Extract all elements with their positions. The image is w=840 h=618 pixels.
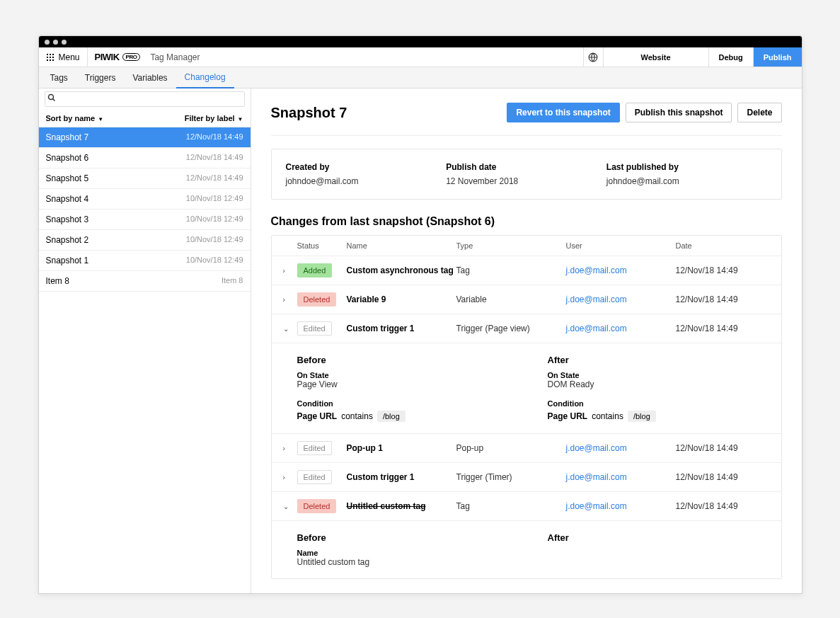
change-detail: Before On State Page View Condition Page… <box>272 343 781 433</box>
change-name: Custom trigger 1 <box>347 472 456 482</box>
change-name: Custom trigger 1 <box>347 324 456 333</box>
tab-tags[interactable]: Tags <box>42 67 76 88</box>
chevron-down-icon: ▼ <box>98 116 103 122</box>
change-date: 12/Nov/18 14:49 <box>676 501 770 511</box>
window-close-dot[interactable] <box>45 40 50 45</box>
before-title: Before <box>297 532 505 543</box>
brand-logo: PIWIK PRO <box>88 52 148 62</box>
cond-op: contains <box>341 411 373 421</box>
change-date: 12/Nov/18 14:49 <box>676 443 770 453</box>
status-badge: Edited <box>297 321 332 336</box>
user-link[interactable]: j.doe@mail.com <box>566 294 627 304</box>
before-title: Before <box>297 355 505 365</box>
after-onstate: DOM Ready <box>548 379 756 389</box>
snapshot-item[interactable]: Snapshot 110/Nov/18 12:49 <box>39 251 251 271</box>
expand-toggle[interactable]: › <box>283 267 297 275</box>
snapshot-item[interactable]: Snapshot 410/Nov/18 12:49 <box>39 189 251 210</box>
page-header: Snapshot 7 Revert to this snapshot Publi… <box>271 103 782 136</box>
col-date: Date <box>676 241 770 250</box>
sort-by-name[interactable]: Sort by name▼ <box>46 114 104 122</box>
status-badge: Deleted <box>297 499 337 513</box>
brand-sub: PRO <box>122 53 141 61</box>
created-by-label: Created by <box>286 162 447 172</box>
snapshot-item[interactable]: Snapshot 210/Nov/18 12:49 <box>39 230 251 251</box>
cond-op: contains <box>592 411 623 421</box>
status-badge: Edited <box>297 470 332 484</box>
change-type: Tag <box>456 265 566 275</box>
user-link[interactable]: j.doe@mail.com <box>566 324 627 333</box>
last-published-label: Last published by <box>606 162 767 172</box>
user-link[interactable]: j.doe@mail.com <box>566 501 627 511</box>
change-date: 12/Nov/18 14:49 <box>676 472 770 482</box>
search-input[interactable] <box>45 91 245 107</box>
topbar-right: Website Debug Publish <box>583 47 802 67</box>
tab-variables[interactable]: Variables <box>124 67 176 88</box>
svg-point-1 <box>48 95 53 100</box>
snapshot-item[interactable]: Snapshot 712/Nov/18 14:49 <box>39 127 251 148</box>
col-user: User <box>566 241 676 250</box>
expand-toggle[interactable]: › <box>283 474 297 481</box>
status-badge: Edited <box>297 441 332 455</box>
expand-toggle[interactable]: › <box>283 296 297 304</box>
snapshot-item[interactable]: Snapshot 612/Nov/18 14:49 <box>39 148 251 168</box>
snapshot-item[interactable]: Snapshot 512/Nov/18 14:49 <box>39 168 251 189</box>
cond-chip: /blog <box>377 411 405 422</box>
publish-snapshot-button[interactable]: Publish this snapshot <box>626 103 732 122</box>
expand-toggle[interactable]: › <box>283 445 297 452</box>
after-title: After <box>548 355 756 365</box>
debug-button[interactable]: Debug <box>709 47 754 67</box>
main-content: Snapshot 7 Revert to this snapshot Publi… <box>251 88 802 593</box>
name-val: Untitled custom tag <box>297 557 505 567</box>
menu-label: Menu <box>59 52 80 62</box>
user-link[interactable]: j.doe@mail.com <box>566 265 627 275</box>
snapshot-item[interactable]: Item 8Item 8 <box>39 271 251 292</box>
changes-table-header: Status Name Type User Date <box>272 236 781 256</box>
tabbar: Tags Triggers Variables Changelog <box>39 67 802 88</box>
change-row: › Deleted Variable 9 Variable j.doe@mail… <box>272 285 781 314</box>
topbar: Menu PIWIK PRO Tag Manager Website Debug… <box>39 47 802 67</box>
tab-changelog[interactable]: Changelog <box>176 67 234 88</box>
change-type: Trigger (Page view) <box>456 324 566 333</box>
change-row: ⌄ Deleted Untitled custom tag Tag j.doe@… <box>272 491 781 520</box>
publish-date-label: Publish date <box>446 162 606 172</box>
expand-toggle[interactable]: ⌄ <box>283 325 297 333</box>
publish-date-value: 12 November 2018 <box>446 176 606 186</box>
search-icon <box>47 93 56 102</box>
user-link[interactable]: j.doe@mail.com <box>566 472 627 482</box>
tab-triggers[interactable]: Triggers <box>76 67 125 88</box>
changes-title: Changes from last snapshot (Snapshot 6) <box>271 215 782 228</box>
revert-button[interactable]: Revert to this snapshot <box>507 103 619 122</box>
change-type: Trigger (Timer) <box>456 472 566 482</box>
cond-subject: Page URL <box>297 411 338 421</box>
globe-icon[interactable] <box>583 47 603 67</box>
expand-toggle[interactable]: ⌄ <box>283 503 297 510</box>
changes-table: Status Name Type User Date › Added Custo… <box>271 235 782 579</box>
change-row: › Edited Pop-up 1 Pop-up j.doe@mail.com … <box>272 433 781 462</box>
sidebar: Sort by name▼ Filter by label▼ Snapshot … <box>39 88 251 593</box>
change-detail: Before Name Untitled custom tag After <box>272 520 781 578</box>
module-name: Tag Manager <box>147 52 200 62</box>
brand-main: PIWIK <box>95 52 120 62</box>
change-row: › Edited Custom trigger 1 Trigger (Timer… <box>272 462 781 491</box>
window-max-dot[interactable] <box>62 40 67 45</box>
change-name: Custom asynchronous tag <box>347 265 456 275</box>
website-label: Website <box>641 53 671 62</box>
svg-line-2 <box>52 99 54 101</box>
status-badge: Added <box>297 263 333 277</box>
app-window: Menu PIWIK PRO Tag Manager Website Debug… <box>38 35 802 594</box>
user-link[interactable]: j.doe@mail.com <box>566 443 627 453</box>
change-name: Untitled custom tag <box>347 501 456 511</box>
delete-button[interactable]: Delete <box>737 103 781 122</box>
last-published-value: johndoe@mail.com <box>606 176 767 186</box>
onstate-label: On State <box>297 371 505 379</box>
after-title: After <box>548 532 756 543</box>
main-menu-button[interactable]: Menu <box>39 47 88 67</box>
filter-by-label[interactable]: Filter by label▼ <box>185 114 243 122</box>
window-min-dot[interactable] <box>53 40 58 45</box>
snapshot-item[interactable]: Snapshot 310/Nov/18 12:49 <box>39 210 251 230</box>
condition-label: Condition <box>548 399 756 408</box>
website-selector[interactable]: Website <box>603 47 709 67</box>
change-row: › Added Custom asynchronous tag Tag j.do… <box>272 256 781 285</box>
cond-chip: /blog <box>628 411 656 422</box>
publish-top-button[interactable]: Publish <box>754 47 802 67</box>
